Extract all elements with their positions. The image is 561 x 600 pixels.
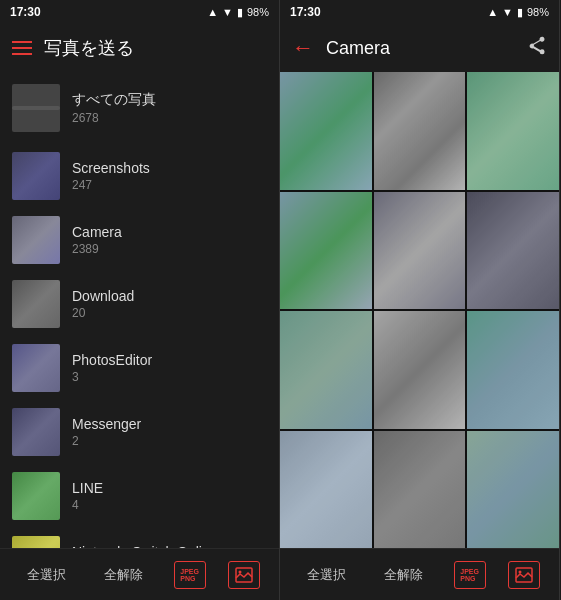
right-title: Camera [326,38,390,59]
right-image-icon [515,567,533,583]
left-appbar: 写真を送る [0,24,279,72]
hamburger-menu[interactable] [12,41,32,55]
all-photos-info: すべての写真 2678 [72,91,267,125]
download-thumb [12,280,60,328]
right-signal-icon: ▲ [487,6,498,18]
all-photos-count: 2678 [72,111,267,125]
grid-cell[interactable] [280,431,372,549]
download-count: 20 [72,306,267,320]
right-status-bar: 17:30 ▲ ▼ ▮ 98% [280,0,559,24]
download-info: Download 20 [72,288,267,320]
screenshots-info: Screenshots 247 [72,160,267,192]
grid-cell[interactable] [374,311,466,429]
left-status-time: 17:30 [10,5,41,19]
grid-cell[interactable] [280,311,372,429]
grid-cell[interactable] [280,192,372,310]
camera-count: 2389 [72,242,267,256]
jpeg-png-label: JPEG PNG [180,568,199,582]
left-image-btn[interactable] [228,561,260,589]
left-title: 写真を送る [44,36,134,60]
left-status-bar: 17:30 ▲ ▼ ▮ 98% [0,0,279,24]
album-list: すべての写真 2678 Screenshots 247 Camera 2389 … [0,72,279,548]
right-status-time: 17:30 [290,5,321,19]
right-appbar: ← Camera [280,24,559,72]
right-battery-percent: 98% [527,6,549,18]
camera-info: Camera 2389 [72,224,267,256]
screenshots-count: 247 [72,178,267,192]
signal-icon: ▲ [207,6,218,18]
right-jpeg-png-label: JPEG PNG [460,568,479,582]
photoseditor-count: 3 [72,370,267,384]
line-count: 4 [72,498,267,512]
right-select-all-btn[interactable]: 全選択 [299,562,354,588]
back-button[interactable]: ← [292,37,314,59]
list-item[interactable]: Camera 2389 [0,208,279,272]
list-item[interactable]: すべての写真 2678 [0,72,279,144]
photoseditor-name: PhotosEditor [72,352,267,368]
share-button[interactable] [527,36,547,61]
left-jpeg-png-btn[interactable]: JPEG PNG [174,561,206,589]
grid-cell[interactable] [467,72,559,190]
left-bottom-toolbar: 全選択 全解除 JPEG PNG [0,548,279,600]
grid-cell[interactable] [374,192,466,310]
list-item[interactable]: Nintendo Switch Online 13 [0,528,279,548]
messenger-thumb [12,408,60,456]
all-photos-bar-icon [12,106,60,110]
svg-point-1 [238,570,241,573]
line-thumb [12,472,60,520]
right-status-icons: ▲ ▼ ▮ 98% [487,6,549,19]
right-jpeg-png-btn[interactable]: JPEG PNG [454,561,486,589]
right-bottom-toolbar: 全選択 全解除 JPEG PNG [280,548,559,600]
svg-point-3 [518,570,521,573]
messenger-name: Messenger [72,416,267,432]
battery-icon: ▮ [237,6,243,19]
right-panel: 17:30 ▲ ▼ ▮ 98% ← Camera 全選択 [280,0,560,600]
battery-percent: 98% [247,6,269,18]
all-photos-thumb [12,84,60,132]
grid-cell[interactable] [467,311,559,429]
list-item[interactable]: LINE 4 [0,464,279,528]
camera-thumb [12,216,60,264]
list-item[interactable]: PhotosEditor 3 [0,336,279,400]
share-icon [527,36,547,56]
line-name: LINE [72,480,267,496]
messenger-info: Messenger 2 [72,416,267,448]
photoseditor-info: PhotosEditor 3 [72,352,267,384]
photoseditor-thumb [12,344,60,392]
grid-cell[interactable] [374,431,466,549]
left-panel: 17:30 ▲ ▼ ▮ 98% 写真を送る すべての写真 2678 [0,0,280,600]
left-deselect-all-btn[interactable]: 全解除 [96,562,151,588]
right-battery-icon: ▮ [517,6,523,19]
left-status-icons: ▲ ▼ ▮ 98% [207,6,269,19]
screenshots-thumb [12,152,60,200]
grid-cell[interactable] [280,72,372,190]
grid-cell[interactable] [374,72,466,190]
all-photos-name: すべての写真 [72,91,267,109]
camera-photo-grid [280,72,559,548]
right-wifi-icon: ▼ [502,6,513,18]
line-info: LINE 4 [72,480,267,512]
left-select-all-btn[interactable]: 全選択 [19,562,74,588]
grid-cell[interactable] [467,431,559,549]
camera-name: Camera [72,224,267,240]
list-item[interactable]: Screenshots 247 [0,144,279,208]
grid-cell[interactable] [467,192,559,310]
right-image-btn[interactable] [508,561,540,589]
screenshots-name: Screenshots [72,160,267,176]
right-deselect-all-btn[interactable]: 全解除 [376,562,431,588]
messenger-count: 2 [72,434,267,448]
image-icon [235,567,253,583]
wifi-icon: ▼ [222,6,233,18]
list-item[interactable]: Download 20 [0,272,279,336]
list-item[interactable]: Messenger 2 [0,400,279,464]
nso-thumb [12,536,60,548]
download-name: Download [72,288,267,304]
